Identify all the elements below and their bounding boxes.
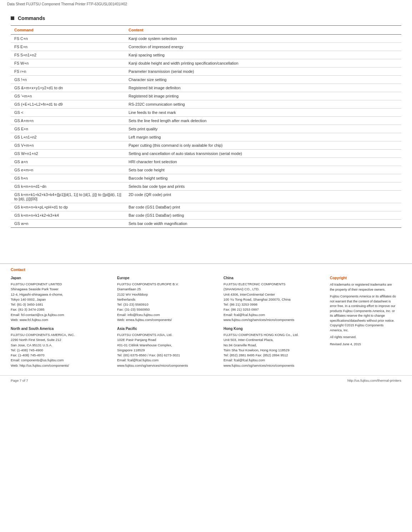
table-cell-command: GS W+n1+n2 <box>11 150 125 158</box>
table-row: GS A+m+nSets the line feed length after … <box>11 117 401 125</box>
table-cell-content: Sets the line feed length after mark det… <box>125 117 401 125</box>
table-cell-command: FS E+n <box>11 43 125 51</box>
table-cell-command: GS a+n <box>11 158 125 166</box>
nsa-lines: FUJITSU COMPONENTS AMERICA, INC.2290 Nor… <box>11 332 112 368</box>
table-cell-command: GS k+m+k1+k2+k3+k4+{[p1][d(1, 1)] to [d(… <box>11 191 125 203</box>
contact-line: Tel: (81-3) 3450-1681 <box>11 302 112 307</box>
contact-line: 12-4, Higashi-shinagawa 4-chome, <box>11 292 112 297</box>
contact-line: Netherlands <box>117 297 218 302</box>
table-cell-content: HRI character font selection <box>125 158 401 166</box>
contact-line: (SHANGHAI) CO., LTD. <box>223 287 325 292</box>
ap-lines: FUJITSU COMPONENTS ASIA, Ltd.102E Pasir … <box>117 332 218 368</box>
page-number: Page 7 of 7 <box>11 378 28 382</box>
footer-col-copyright: Copyright All trademarks or registered t… <box>330 275 401 368</box>
china-lines: FUJITSU ELECTRONIC COMPONENTS(SHANGHAI) … <box>223 282 325 322</box>
table-cell-command: GS &+m+x+y1+y2+d1 to dn <box>11 84 125 92</box>
commands-table: Command Content FS C+nKanji code system … <box>11 25 401 228</box>
contact-line: 100 Yu Tong Road, Shanghai 200070, China <box>223 297 325 302</box>
contact-line: www.fujitsu.com/sg/services/micro/compon… <box>223 363 325 368</box>
table-header-row: Command Content <box>11 26 401 35</box>
section-title: Commands <box>11 15 401 21</box>
contact-line: Tel: (65) 6375-8560 / Fax: (65) 6273-302… <box>117 353 218 358</box>
contact-line: #01-01 Citilink Warehouse Complex, <box>117 343 218 348</box>
contact-line: Tel: (852) 2881 8495 Fax: (852) 2894 951… <box>223 353 325 358</box>
section-title-text: Commands <box>18 15 45 21</box>
table-row: GS '+m+nRegistered bit image printing <box>11 92 401 100</box>
page-footer: Page 7 of 7 http://us.fujitsu.com/therma… <box>0 375 412 385</box>
table-cell-content: Registered bit image definiton <box>125 84 401 92</box>
bullet-icon <box>11 16 14 20</box>
contact-line: www.fujitsu.com/sg/services/micro/compon… <box>117 363 218 368</box>
table-cell-content: Paper cutting (this command is only avai… <box>125 141 401 150</box>
contact-line: Unit 503, Inter-Continental Plaza, <box>223 337 325 342</box>
nsa-title: North and South America <box>11 326 112 331</box>
footer-section: Contact Japan FUJITSU COMPONENT LIMITEDS… <box>0 264 412 368</box>
table-row: GS &+m+x+y1+y2+d1 to dnRegistered bit im… <box>11 84 401 92</box>
contact-line: Email: fcl-contact@cs.jp.fujitsu.com <box>11 312 112 317</box>
table-cell-command: GS A+m+n <box>11 117 125 125</box>
contact-line: No.94 Granville Road, <box>223 343 325 348</box>
table-cell-command: GS (+E+L1+L2+fn+d1 to d9 <box>11 100 125 109</box>
table-row: FS E+nCorrection of impressed energy <box>11 43 401 51</box>
copyright-line: Revised June 4, 2015 <box>330 342 396 347</box>
table-cell-command: GS < <box>11 109 125 117</box>
contact-line: Tel: (31-23) 5560910 <box>117 302 218 307</box>
table-row: FS W+nKanji double height and width prin… <box>11 59 401 67</box>
contact-line: www.fujitsu.com/sg/services/micro/compon… <box>223 317 325 322</box>
table-row: GS e+m+nSets bar code height <box>11 166 401 174</box>
main-content: Commands Command Content FS C+nKanji cod… <box>0 8 412 235</box>
table-row: GS (+E+L1+L2+fn+d1 to d9RS-232C communic… <box>11 100 401 109</box>
table-row: GS k+m+n+k+pL+pH+d1 to dpBar code (GS1 D… <box>11 203 401 211</box>
table-cell-content: Bar code (GS1 DataBar) setting <box>125 211 401 220</box>
contact-line: Fax: (81-3) 3474-2385 <box>11 307 112 312</box>
table-cell-command: FS W+n <box>11 59 125 67</box>
table-cell-command: FS r+n <box>11 67 125 76</box>
table-row: FS r+nParameter transmission (serial mod… <box>11 67 401 76</box>
table-cell-command: GS k+m+n+k+pL+pH+d1 to dp <box>11 203 125 211</box>
contact-line: Email: fcal@fcal.fujitsu.com <box>223 358 325 363</box>
table-row: GS !+nCharacter size setting <box>11 76 401 84</box>
contact-line: FUJITSU COMPONENTS AMERICA, INC. <box>11 332 112 337</box>
europe-lines: FUJITSU COMPONENTS EUROPE B.V.Diamantlaa… <box>117 282 218 322</box>
contact-line: Email: fcal@fcal.fujitsu.com <box>117 358 218 363</box>
table-row: GS <Line feeds to the next mark <box>11 109 401 117</box>
contact-line: Tsim Sha Tsui Kowloon, Hong Kong 118529 <box>223 348 325 353</box>
table-cell-command: GS L+n1+n2 <box>11 133 125 141</box>
footer-col-china-hk: China FUJITSU ELECTRONIC COMPONENTS(SHAN… <box>223 275 330 368</box>
table-cell-content: Setting and cancellation of auto status … <box>125 150 401 158</box>
japan-lines: FUJITSU COMPONENT LIMITEDShinagawa Seasi… <box>11 282 112 322</box>
col-command-header: Command <box>11 26 125 35</box>
contact-line: Fax: (86 21) 3253 0997 <box>223 307 325 312</box>
table-cell-content: Kanji double height and width printing s… <box>125 59 401 67</box>
ap-title: Asia Pacific <box>117 326 218 331</box>
table-cell-command: GS '+m+n <box>11 92 125 100</box>
hk-lines: FUJITSU COMPONENTS HONG KONG Co., Ltd.Un… <box>223 332 325 368</box>
table-row: GS k+m+n+k1+k2+k3+k4Bar code (GS1 DataBa… <box>11 211 401 220</box>
table-cell-content: Parameter transmission (serial mode) <box>125 67 401 76</box>
table-cell-content: RS-232C communication setting <box>125 100 401 109</box>
table-cell-content: Registered bit image printing <box>125 92 401 100</box>
table-cell-command: GS k+m+n+d1~dn <box>11 182 125 191</box>
copyright-line: Fujitsu Components America or its affili… <box>330 294 396 333</box>
contact-line: Email: info@fceu.fujitsu.com <box>117 312 218 317</box>
table-cell-command: GS V+m+n <box>11 141 125 150</box>
table-cell-command: FS S+n1+n2 <box>11 51 125 59</box>
table-row: GS E+nSets print quality <box>11 125 401 133</box>
contact-line: Tel: (1-408) 745-4900 <box>11 348 112 353</box>
table-row: GS V+m+nPaper cutting (this command is o… <box>11 141 401 150</box>
contact-line: FUJITSU COMPONENTS EUROPE B.V. <box>117 282 218 287</box>
contact-line: Email: fcal@fcal.fujitsu.com <box>223 312 325 317</box>
table-row: GS a+nHRI character font selection <box>11 158 401 166</box>
table-row: FS C+nKanji code system selection <box>11 35 401 43</box>
table-row: GS k+m+k1+k2+k3+k4+{[p1][d(1, 1)] to [d(… <box>11 191 401 203</box>
table-cell-command: GS h+n <box>11 174 125 182</box>
table-cell-content: Sets print quality <box>125 125 401 133</box>
table-cell-content: Sets bar code width magnification <box>125 220 401 228</box>
table-cell-content: Barcode height setting <box>125 174 401 182</box>
contact-line: FUJITSU ELECTRONIC COMPONENTS <box>223 282 325 287</box>
japan-title: Japan <box>11 275 112 281</box>
table-cell-content: Sets bar code height <box>125 166 401 174</box>
footer-columns: Japan FUJITSU COMPONENT LIMITEDShinagawa… <box>0 275 412 368</box>
table-cell-content: Bar code (GS1 DataBar) print <box>125 203 401 211</box>
contact-line: Tel: (86 21) 3253 0998 <box>223 302 325 307</box>
